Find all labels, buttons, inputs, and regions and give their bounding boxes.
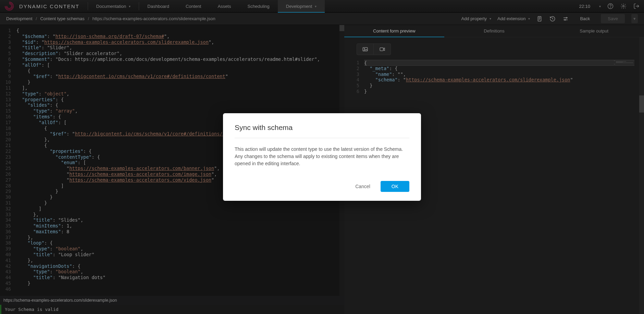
modal-body: This action will update the content type… (235, 146, 409, 167)
cancel-button[interactable]: Cancel (351, 181, 374, 192)
modal-title: Sync with schema (235, 123, 409, 132)
sync-schema-modal: Sync with schema This action will update… (223, 113, 421, 201)
modal-overlay: Sync with schema This action will update… (0, 0, 644, 314)
ok-button[interactable]: OK (381, 181, 409, 192)
